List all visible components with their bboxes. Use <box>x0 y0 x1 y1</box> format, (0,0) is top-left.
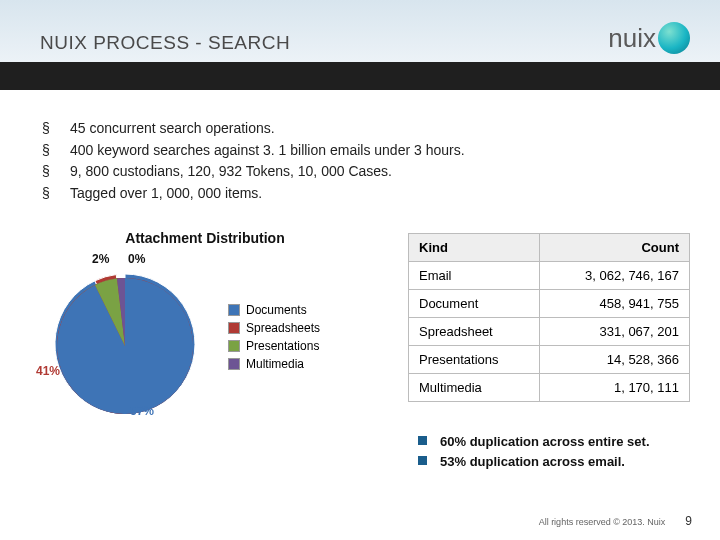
notes-list: 60% duplication across entire set. 53% d… <box>418 432 650 471</box>
bullet-list: 45 concurrent search operations. 400 key… <box>42 118 465 205</box>
kind-count-table: Kind Count Email 3, 062, 746, 167 Docume… <box>408 233 690 402</box>
list-item: 9, 800 custodians, 120, 932 Tokens, 10, … <box>42 161 465 183</box>
table-header-row: Kind Count <box>409 234 690 262</box>
footer: All rights reserved © 2013. Nuix 9 <box>539 514 692 528</box>
page-number: 9 <box>685 514 692 528</box>
logo-text: nuix <box>608 23 656 54</box>
list-item: 45 concurrent search operations. <box>42 118 465 140</box>
logo-orb-icon <box>658 22 690 54</box>
list-item: 60% duplication across entire set. <box>418 432 650 452</box>
swatch-icon <box>228 358 240 370</box>
pie-graphic: 2% 0% 41% 57% <box>40 254 210 424</box>
table-row: Presentations 14, 528, 366 <box>409 346 690 374</box>
table-row: Multimedia 1, 170, 111 <box>409 374 690 402</box>
chart-title: Attachment Distribution <box>40 230 370 246</box>
swatch-icon <box>228 304 240 316</box>
swatch-icon <box>228 322 240 334</box>
brand-logo: nuix <box>608 22 690 54</box>
swatch-icon <box>228 340 240 352</box>
chart-legend: Documents Spreadsheets Presentations Mul… <box>228 303 320 375</box>
divider-bar <box>0 62 720 90</box>
legend-label: Documents <box>246 303 307 317</box>
table-row: Email 3, 062, 746, 167 <box>409 262 690 290</box>
pie-chart: Attachment Distribution <box>40 230 370 424</box>
legend-item: Documents <box>228 303 320 317</box>
col-kind: Kind <box>409 234 540 262</box>
pie-label-41pct: 41% <box>36 364 60 378</box>
list-item: 53% duplication across email. <box>418 452 650 472</box>
list-item: Tagged over 1, 000, 000 items. <box>42 183 465 205</box>
legend-label: Multimedia <box>246 357 304 371</box>
pie-label-2pct: 2% <box>92 252 109 266</box>
list-item: 400 keyword searches against 3. 1 billio… <box>42 140 465 162</box>
page-title: NUIX PROCESS - SEARCH <box>40 32 290 54</box>
col-count: Count <box>540 234 690 262</box>
copyright-text: All rights reserved © 2013. Nuix <box>539 517 666 527</box>
legend-item: Presentations <box>228 339 320 353</box>
pie-label-0pct: 0% <box>128 252 145 266</box>
legend-label: Spreadsheets <box>246 321 320 335</box>
legend-label: Presentations <box>246 339 319 353</box>
legend-item: Multimedia <box>228 357 320 371</box>
pie-label-57pct: 57% <box>130 404 154 418</box>
table-row: Document 458, 941, 755 <box>409 290 690 318</box>
table-row: Spreadsheet 331, 067, 201 <box>409 318 690 346</box>
legend-item: Spreadsheets <box>228 321 320 335</box>
